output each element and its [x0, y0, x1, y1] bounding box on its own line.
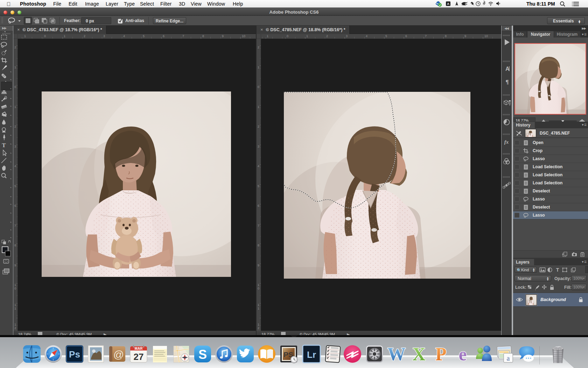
svg-text:X: X	[412, 344, 426, 364]
svg-text:¶: ¶	[505, 79, 509, 85]
svg-text:a: a	[507, 354, 510, 362]
svg-text:e: e	[458, 344, 467, 364]
svg-text:Lr: Lr	[307, 349, 316, 360]
svg-text:T: T	[556, 267, 559, 273]
svg-text:A: A	[505, 66, 510, 72]
svg-text:A: A	[447, 2, 449, 6]
svg-text:P: P	[435, 344, 447, 364]
svg-text:S: S	[198, 347, 207, 362]
svg-text:@: @	[113, 349, 124, 360]
svg-text:27: 27	[134, 352, 144, 362]
svg-text:W: W	[387, 344, 406, 364]
svg-text:fx: fx	[504, 139, 509, 145]
svg-text:T: T	[2, 142, 6, 149]
svg-text:MAR: MAR	[135, 347, 143, 350]
svg-text:Ps: Ps	[69, 349, 80, 360]
